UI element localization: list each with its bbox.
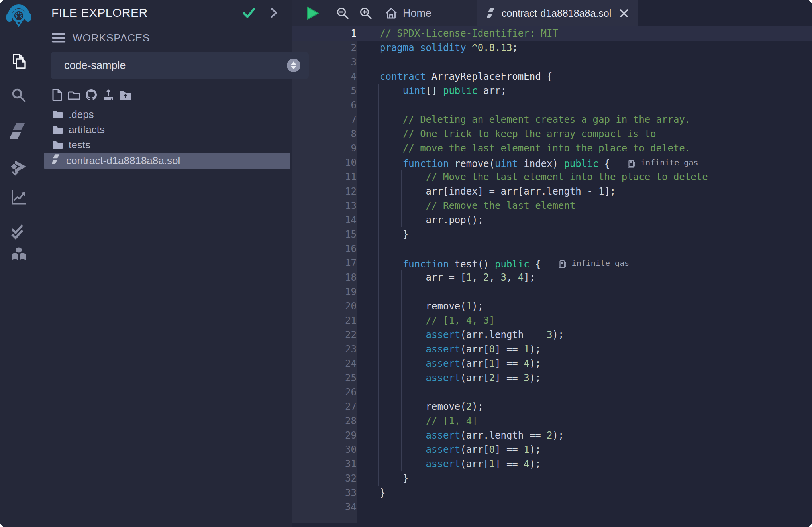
tab-home[interactable]: Home	[385, 7, 431, 20]
indent-guide	[401, 442, 402, 457]
workspace-select[interactable]: code-sample	[51, 52, 309, 79]
zoom-in-button[interactable]	[359, 6, 373, 20]
workspaces-menu-button[interactable]	[51, 32, 66, 43]
folder-row[interactable]: .deps	[38, 107, 292, 122]
code-line-content: }	[377, 486, 812, 500]
code-line[interactable]: 23 assert(arr[0] == 1);	[292, 342, 812, 356]
code-line[interactable]: 26	[292, 385, 812, 399]
expand-panel-button[interactable]	[271, 8, 278, 18]
code-line[interactable]: 4contract ArrayReplaceFromEnd {	[292, 69, 812, 84]
file-row-selected[interactable]: contract-d1a8818a8a.sol	[44, 153, 290, 169]
folder-name: artifacts	[69, 124, 105, 136]
tab-active-file[interactable]: contract-d1a8818a8a.sol	[477, 0, 638, 26]
indent-guide	[378, 457, 379, 471]
indent-guide	[378, 127, 379, 141]
panel-title: FILE EXPLORER	[51, 6, 228, 20]
code-line-content: // Remove the last element	[377, 199, 812, 213]
upload-folder-button[interactable]	[119, 88, 132, 101]
indent-guide	[401, 342, 402, 356]
code-line[interactable]: 16	[292, 242, 812, 256]
file-name: contract-d1a8818a8a.sol	[66, 155, 180, 167]
code-line[interactable]: 21 // [1, 4, 3]	[292, 313, 812, 328]
code-line[interactable]: 14 arr.pop();	[292, 213, 812, 227]
indent-guide	[378, 213, 379, 227]
code-line[interactable]: 20 remove(1);	[292, 299, 812, 313]
code-line[interactable]: 8 // One trick to keep the array compact…	[292, 127, 812, 141]
home-tab-label: Home	[403, 7, 431, 20]
code-line[interactable]: 34	[292, 500, 812, 514]
code-line[interactable]: 30 assert(arr[0] == 1);	[292, 442, 812, 457]
indent-guide	[378, 471, 379, 486]
line-number: 30	[292, 442, 377, 457]
code-line[interactable]: 5 uint[] public arr;	[292, 84, 812, 98]
line-number: 25	[292, 371, 377, 385]
code-line-content: function remove(uint index) public {infi…	[377, 155, 812, 170]
folder-row[interactable]: tests	[38, 137, 292, 152]
create-file-button[interactable]	[51, 88, 63, 101]
run-script-button[interactable]	[306, 6, 320, 20]
folder-row[interactable]: artifacts	[38, 122, 292, 137]
remix-logo[interactable]	[0, 3, 37, 29]
line-number: 26	[292, 385, 377, 399]
code-line[interactable]: 1// SPDX-License-Identifier: MIT	[292, 26, 812, 41]
sidebar-item-solidity-compiler[interactable]	[0, 122, 37, 140]
code-line[interactable]: 2pragma solidity ^0.8.13;	[292, 41, 812, 55]
line-number: 31	[292, 457, 377, 471]
code-editor[interactable]: 1// SPDX-License-Identifier: MIT2pragma …	[292, 26, 812, 527]
sidebar-item-static-analysis[interactable]	[0, 188, 37, 206]
code-line-content: contract ArrayReplaceFromEnd {	[377, 69, 812, 84]
sidebar-item-search[interactable]	[0, 87, 37, 104]
code-line-content: assert(arr[1] == 4);	[377, 356, 812, 371]
indent-guide	[378, 141, 379, 155]
code-line[interactable]: 6	[292, 98, 812, 112]
code-line[interactable]: 10 function remove(uint index) public {i…	[292, 155, 812, 170]
sidebar-item-file-explorer[interactable]	[0, 52, 37, 71]
code-line[interactable]: 11 // Move the last element into the pla…	[292, 170, 812, 184]
zoom-out-button[interactable]	[335, 6, 350, 20]
upload-file-button[interactable]	[102, 88, 115, 101]
indent-guide	[401, 313, 402, 328]
code-line[interactable]: 13 // Remove the last element	[292, 199, 812, 213]
indent-guide	[401, 285, 402, 299]
code-line[interactable]: 28 // [1, 4]	[292, 414, 812, 428]
indent-guide	[401, 356, 402, 371]
indent-guide	[378, 242, 379, 256]
line-number: 27	[292, 399, 377, 414]
code-line-content	[377, 55, 812, 69]
code-line[interactable]: 29 assert(arr.length == 2);	[292, 428, 812, 442]
code-line-content: assert(arr[1] == 4);	[377, 457, 812, 471]
gas-estimate-badge: infinite gas	[559, 256, 630, 270]
gas-estimate-label: infinite gas	[572, 256, 630, 270]
code-line-content: assert(arr.length == 3);	[377, 328, 812, 342]
create-folder-button[interactable]	[68, 88, 80, 101]
code-line[interactable]: 15 }	[292, 227, 812, 242]
code-line[interactable]: 19	[292, 285, 812, 299]
code-line[interactable]: 24 assert(arr[1] == 4);	[292, 356, 812, 371]
indent-guide	[378, 385, 379, 399]
code-line[interactable]: 22 assert(arr.length == 3);	[292, 328, 812, 342]
code-line[interactable]: 25 assert(arr[2] == 3);	[292, 371, 812, 385]
code-line[interactable]: 18 arr = [1, 2, 3, 4];	[292, 270, 812, 285]
code-line[interactable]: 3	[292, 55, 812, 69]
learneth-plugin-icon	[10, 245, 28, 264]
indent-guide	[378, 342, 379, 356]
code-line[interactable]: 33}	[292, 486, 812, 500]
code-line[interactable]: 12 arr[index] = arr[arr.length - 1];	[292, 184, 812, 199]
clone-github-button[interactable]	[85, 88, 98, 101]
activity-bar	[0, 0, 38, 527]
code-line[interactable]: 32 }	[292, 471, 812, 486]
code-line[interactable]: 31 assert(arr[1] == 4);	[292, 457, 812, 471]
accept-button[interactable]	[243, 7, 255, 18]
code-line[interactable]: 9 // move the last element into the plac…	[292, 141, 812, 155]
tab-close-button[interactable]	[620, 9, 628, 18]
code-line[interactable]: 17 function test() public {infinite gas	[292, 256, 812, 270]
sidebar-item-unit-testing[interactable]	[0, 222, 37, 241]
code-line-content: uint[] public arr;	[377, 84, 812, 98]
sidebar-item-deploy-run[interactable]	[0, 158, 37, 177]
sidebar-item-learneth[interactable]	[0, 245, 37, 264]
line-number: 18	[292, 270, 377, 285]
line-number: 7	[292, 112, 377, 127]
code-line[interactable]: 27 remove(2);	[292, 399, 812, 414]
code-line[interactable]: 7 // Deleting an element creates a gap i…	[292, 112, 812, 127]
indent-guide	[378, 399, 379, 414]
